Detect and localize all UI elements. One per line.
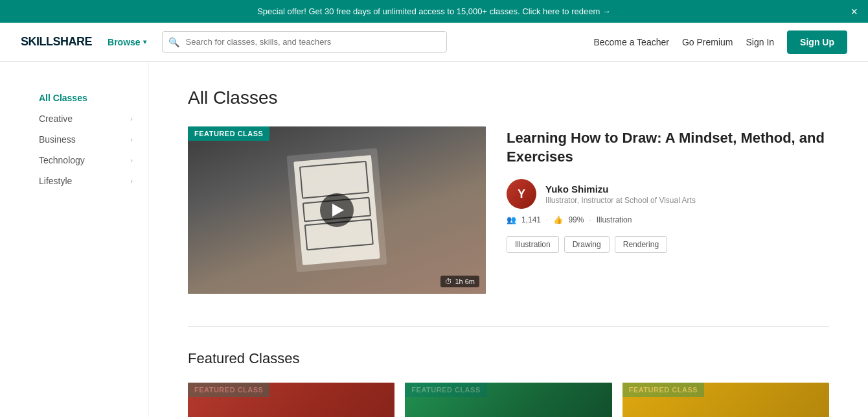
category: Illustration xyxy=(597,215,632,224)
separator: · xyxy=(589,215,591,224)
chevron-right-icon: › xyxy=(130,177,133,185)
featured-classes-section: Featured Classes Featured Class Featured… xyxy=(188,350,829,417)
browse-button[interactable]: Browse ▾ xyxy=(108,37,146,47)
search-icon: 🔍 xyxy=(168,37,179,47)
featured-class-card: Featured Class ⏱ 1h 6m Learning How to D… xyxy=(188,126,829,294)
tag-drawing[interactable]: Drawing xyxy=(564,236,610,253)
video-thumbnail[interactable]: Featured Class ⏱ 1h 6m xyxy=(188,126,486,294)
sign-in-link[interactable]: Sign In xyxy=(746,37,775,47)
page-title: All Classes xyxy=(188,88,829,108)
search-input[interactable] xyxy=(162,31,447,53)
play-button[interactable] xyxy=(320,193,354,227)
tag-illustration[interactable]: Illustration xyxy=(507,236,559,253)
avatar-image: Y xyxy=(507,179,536,209)
clock-icon: ⏱ xyxy=(445,278,452,285)
class-card-2[interactable]: Featured Class xyxy=(405,383,611,417)
stats-row: 👥 1,141 · 👍 99% · Illustration xyxy=(507,215,829,224)
students-icon: 👥 xyxy=(507,215,516,224)
teacher-title: Illustrator, Instructor at School of Vis… xyxy=(545,196,696,205)
class-title[interactable]: Learning How to Draw: A Mindset, Method,… xyxy=(507,129,829,166)
sidebar-item-label: Lifestyle xyxy=(39,176,72,186)
sign-up-button[interactable]: Sign Up xyxy=(787,30,847,54)
class-card-3[interactable]: Featured Class xyxy=(622,383,829,417)
class-info: Learning How to Draw: A Mindset, Method,… xyxy=(507,126,829,253)
class-card-1[interactable]: Featured Class xyxy=(188,383,394,417)
thumbs-up-icon: 👍 xyxy=(553,215,563,224)
sidebar: All Classes Creative › Business › Techno… xyxy=(0,62,149,417)
chevron-right-icon: › xyxy=(130,115,133,123)
logo[interactable]: SKILLSHARE xyxy=(21,35,92,49)
class-grid: Featured Class Featured Class xyxy=(188,383,829,417)
sidebar-item-lifestyle[interactable]: Lifestyle › xyxy=(39,171,133,191)
sidebar-item-label: Business xyxy=(39,134,76,145)
banner-text[interactable]: Special offer! Get 30 free days of unlim… xyxy=(257,6,611,16)
separator: · xyxy=(546,215,548,224)
video-duration: ⏱ 1h 6m xyxy=(440,276,479,287)
teacher-row: Y Yuko Shimizu Illustrator, Instructor a… xyxy=(507,179,829,209)
tag-rendering[interactable]: Rendering xyxy=(615,236,667,253)
become-teacher-link[interactable]: Become a Teacher xyxy=(593,37,668,47)
search-container: 🔍 xyxy=(162,31,447,53)
sidebar-item-business[interactable]: Business › xyxy=(39,129,133,150)
chevron-right-icon: › xyxy=(130,156,133,164)
promo-banner: Special offer! Get 30 free days of unlim… xyxy=(0,0,868,23)
sidebar-item-technology[interactable]: Technology › xyxy=(39,150,133,171)
section-title: Featured Classes xyxy=(188,350,829,367)
header: SKILLSHARE Browse ▾ 🔍 Become a Teacher G… xyxy=(0,23,868,62)
divider xyxy=(188,326,829,327)
go-premium-link[interactable]: Go Premium xyxy=(682,37,733,47)
avatar: Y xyxy=(507,179,536,209)
chevron-right-icon: › xyxy=(130,136,133,143)
teacher-details: Yuko Shimizu Illustrator, Instructor at … xyxy=(545,184,696,205)
sidebar-item-label: All Classes xyxy=(39,93,87,103)
chevron-down-icon: ▾ xyxy=(143,38,146,45)
rating: 99% xyxy=(568,215,584,224)
banner-close-button[interactable]: × xyxy=(851,5,858,18)
sidebar-item-label: Creative xyxy=(39,113,73,124)
sidebar-item-all-classes[interactable]: All Classes xyxy=(39,88,133,108)
sidebar-item-creative[interactable]: Creative › xyxy=(39,108,133,129)
sidebar-item-label: Technology xyxy=(39,155,85,165)
main-layout: All Classes Creative › Business › Techno… xyxy=(0,62,868,417)
students-count: 1,141 xyxy=(521,215,541,224)
teacher-name[interactable]: Yuko Shimizu xyxy=(545,184,696,195)
browse-label: Browse xyxy=(108,37,141,47)
header-nav: Become a Teacher Go Premium Sign In Sign… xyxy=(593,30,847,54)
main-content: All Classes xyxy=(149,62,868,417)
tags-container: Illustration Drawing Rendering xyxy=(507,236,829,253)
featured-badge: Featured Class xyxy=(188,126,269,141)
